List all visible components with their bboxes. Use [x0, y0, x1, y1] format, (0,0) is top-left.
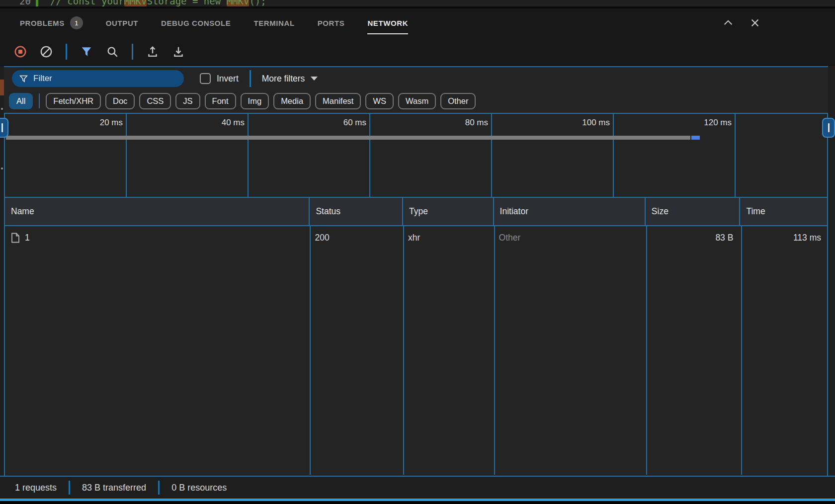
filter-row: Invert More filters [4, 67, 828, 90]
timeline-tick-label: 120 ms [657, 118, 732, 128]
vscode-panel: 20// const yourMMKVStorage = new MMKV();… [0, 0, 835, 504]
code-text: (); [249, 0, 266, 6]
timeline-right-handle[interactable] [822, 118, 835, 138]
statusbar-separator [69, 481, 70, 495]
tab-debug-console[interactable]: DEBUG CONSOLE [161, 8, 231, 37]
more-filters-dropdown[interactable]: More filters [262, 74, 318, 84]
toolbar-separator [132, 44, 133, 60]
chip-all[interactable]: All [9, 93, 33, 109]
network-grid: 20 ms40 ms60 ms80 ms100 ms120 ms140 ms N… [4, 113, 828, 476]
column-header-name[interactable]: Name [5, 198, 309, 225]
chip-separator [39, 93, 40, 108]
chip-img[interactable]: Img [241, 93, 269, 109]
problems-count-badge: 1 [70, 16, 83, 29]
chip-css[interactable]: CSS [139, 93, 171, 109]
request-name: 1 [25, 233, 30, 243]
table-header: NameStatusTypeInitiatorSizeTime [5, 198, 827, 226]
close-panel-icon[interactable] [750, 17, 760, 28]
statusbar-item: 1 requests [15, 483, 57, 493]
overview-timeline[interactable]: 20 ms40 ms60 ms80 ms100 ms120 ms140 ms [5, 114, 827, 198]
cell-size: 83 B [645, 226, 740, 249]
upload-icon[interactable] [146, 45, 159, 58]
chip-ws[interactable]: WS [365, 93, 394, 109]
timeline-left-handle[interactable] [0, 118, 8, 138]
chip-font[interactable]: Font [205, 93, 236, 109]
chip-wasm[interactable]: Wasm [398, 93, 436, 109]
code-text: Storage = new [147, 0, 226, 6]
separator [250, 70, 251, 87]
git-added-gutter [36, 0, 38, 6]
tab-terminal[interactable]: TERMINAL [253, 8, 294, 37]
timeline-gridline [491, 114, 492, 197]
devtools-network-panel: Invert More filters AllFetch/XHRDocCSSJS… [4, 66, 828, 476]
filter-funnel-icon[interactable] [80, 45, 93, 58]
minimap-marker [0, 80, 4, 95]
cell-type: xhr [402, 226, 493, 249]
tab-network[interactable]: NETWORK [367, 8, 408, 37]
panel-tabs: PROBLEMS1OUTPUTDEBUG CONSOLETERMINALPORT… [20, 8, 408, 37]
column-separator [741, 226, 742, 475]
tab-ports[interactable]: PORTS [318, 8, 345, 37]
search-icon[interactable] [106, 45, 119, 58]
filter-funnel-glyph-icon [19, 74, 28, 84]
column-header-time[interactable]: Time [739, 198, 827, 225]
timeline-tick-label: 20 ms [48, 118, 123, 128]
block-icon[interactable] [40, 45, 53, 58]
code-line: 20// const yourMMKVStorage = new MMKV(); [0, 0, 266, 6]
chip-manifest[interactable]: Manifest [315, 93, 361, 109]
timeline-tick-label: 80 ms [414, 118, 488, 128]
request-row[interactable]: 1200xhrOther83 B113 ms [5, 226, 827, 249]
invert-checkbox[interactable] [200, 73, 211, 84]
grip-icon [828, 123, 830, 132]
filter-input[interactable] [33, 74, 177, 84]
chip-other[interactable]: Other [440, 93, 476, 109]
column-separator [310, 226, 311, 475]
overview-request-bar-tip [691, 136, 700, 140]
maximize-panel-chevron-icon[interactable] [723, 17, 734, 28]
record-icon[interactable] [14, 45, 27, 58]
tab-label: NETWORK [367, 19, 408, 27]
document-icon [11, 233, 20, 243]
column-header-size[interactable]: Size [645, 198, 740, 225]
tab-label: PORTS [318, 19, 345, 27]
invert-label: Invert [217, 74, 239, 84]
filter-field[interactable] [12, 70, 184, 87]
network-status-bar: 1 requests83 B transferred0 B resources [0, 476, 835, 499]
chip-media[interactable]: Media [273, 93, 311, 109]
tab-output[interactable]: OUTPUT [106, 8, 138, 37]
column-header-initiator[interactable]: Initiator [493, 198, 645, 225]
cell-status: 200 [309, 226, 402, 249]
tab-problems[interactable]: PROBLEMS1 [20, 8, 83, 37]
timeline-gridline [613, 114, 614, 197]
column-header-type[interactable]: Type [402, 198, 493, 225]
tab-label: DEBUG CONSOLE [161, 19, 231, 27]
cell-time: 113 ms [739, 226, 827, 249]
requests-table-body: 1200xhrOther83 B113 ms [5, 226, 827, 475]
grip-icon [1, 123, 3, 132]
statusbar-separator [158, 481, 160, 495]
search-highlight: MMKV [124, 0, 147, 6]
toolbar-separator [66, 44, 67, 60]
chip-doc[interactable]: Doc [105, 93, 135, 109]
chip-js[interactable]: JS [175, 93, 200, 109]
download-icon[interactable] [172, 45, 185, 58]
window-edge [0, 501, 835, 504]
chevron-down-icon [311, 77, 318, 81]
chip-fetch-xhr[interactable]: Fetch/XHR [46, 93, 101, 109]
tab-label: TERMINAL [253, 19, 294, 27]
column-header-status[interactable]: Status [309, 198, 402, 225]
timeline-gridline [126, 114, 127, 197]
minimap-dot [1, 108, 3, 110]
code-comment: // const yourMMKVStorage = new MMKV(); [50, 0, 266, 6]
editor-code-strip: 20// const yourMMKVStorage = new MMKV(); [0, 0, 835, 6]
timeline-tick-label: 140 ms [779, 118, 827, 128]
line-number: 20 [0, 0, 36, 6]
timeline-tick-label: 60 ms [292, 118, 366, 128]
statusbar-item: 83 B transferred [82, 483, 146, 493]
overview-request-bar [6, 136, 690, 140]
resource-type-chips: AllFetch/XHRDocCSSJSFontImgMediaManifest… [4, 90, 828, 112]
network-toolbar [0, 37, 835, 66]
cell-initiator: Other [493, 226, 645, 249]
column-separator [403, 226, 404, 475]
statusbar-item: 0 B resources [171, 483, 227, 493]
